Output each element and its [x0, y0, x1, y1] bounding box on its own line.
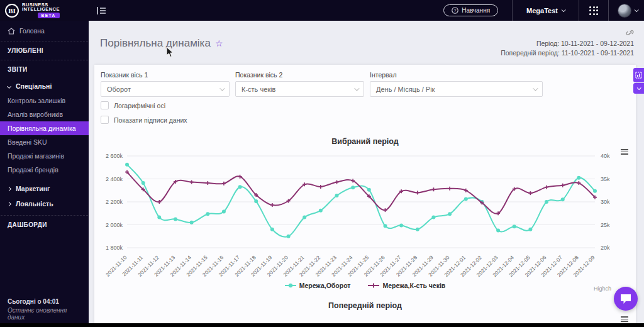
page-title: Порівняльна динаміка ☆	[100, 28, 223, 58]
sidebar-group[interactable]: Маркетинг	[0, 181, 89, 196]
previous-period: Попередній період: 11-10-2021 - 09-11-20…	[501, 48, 634, 58]
log-axes-row: Логарифмічні осі	[101, 101, 636, 109]
grid-icon	[589, 6, 598, 15]
axis1-select[interactable]: Оборот	[101, 81, 230, 97]
training-label: Навчання	[462, 7, 490, 14]
comparison-chart-canvas: 1 800k20k2 000k25k2 200k30k2 400k35k2 60…	[98, 148, 630, 282]
chevron-down-icon	[533, 86, 538, 91]
chart-context-menu-button[interactable]	[621, 149, 628, 155]
sidebar-collapse-icon[interactable]	[97, 6, 107, 15]
sidebar-group-special[interactable]: Спеціальні	[0, 79, 89, 94]
legend-label: Мережа,Оборот	[299, 282, 351, 289]
log-axes-checkbox[interactable]	[101, 101, 109, 109]
svg-text:?: ?	[454, 8, 457, 13]
support-chat-button[interactable]	[614, 287, 638, 311]
sidebar-special-items: Контроль залишківАналіз виробниківПорівн…	[0, 94, 89, 177]
refresh-caption: Останнє оновлення даних	[8, 307, 85, 321]
report-controls: Показник вісь 1 Оборот Показник вісь 2 К…	[94, 65, 636, 97]
sidebar-section-favorites: УЛЮБЛЕНІ	[0, 42, 89, 60]
bottom-taskbar	[0, 323, 644, 327]
chevron-down-icon	[219, 86, 225, 91]
current-period: Період: 10-11-2021 - 09-12-2021	[501, 39, 634, 48]
sidebar-group[interactable]: Лояльність	[0, 196, 89, 211]
legend-item[interactable]: Мережа,К-сть чеків	[368, 282, 445, 289]
sidebar-item[interactable]: Продажі магазинів	[0, 149, 89, 163]
data-refresh-info: Сьогодні о 04:01 Останнє оновлення даних	[8, 298, 85, 321]
legend-marker-circle	[285, 282, 296, 289]
chevron-down-icon	[637, 86, 641, 90]
svg-text:30k: 30k	[601, 199, 610, 205]
account-switcher[interactable]: MegaTest	[513, 0, 579, 21]
logo-mark: BI	[5, 4, 19, 18]
chevron-right-icon	[7, 186, 11, 191]
chart-legend: Мережа,ОборотМережа,К-сть чеків	[94, 282, 636, 289]
data-labels-checkbox[interactable]	[101, 116, 109, 124]
sidebar-collapsed-groups: МаркетингЛояльність	[0, 181, 89, 211]
chevron-down-icon	[7, 84, 11, 88]
home-icon	[8, 28, 15, 35]
interval-control: Інтервал День / Місяць / Рік	[370, 71, 543, 97]
sidebar-item[interactable]: Контроль залишків	[0, 94, 89, 108]
chevron-right-icon	[7, 201, 11, 206]
refresh-time: Сьогодні о 04:01	[8, 298, 85, 305]
sidebar-item[interactable]: Продажі брендів	[0, 163, 89, 177]
legend-label: Мережа,К-сть чеків	[382, 282, 445, 289]
interval-value: День / Місяць / Рік	[376, 86, 435, 93]
sidebar-item-home[interactable]: Головна	[0, 21, 89, 41]
avatar	[618, 4, 631, 18]
axis1-label: Показник вісь 1	[101, 71, 230, 79]
sidebar-home-label: Головна	[19, 27, 45, 35]
user-menu[interactable]	[609, 0, 644, 21]
chevron-down-icon	[354, 86, 359, 91]
chart2-context-menu-button[interactable]	[621, 316, 628, 322]
data-labels-label: Показати підписи даних	[114, 116, 187, 124]
previous-period-chart-title: Попередній період	[94, 301, 636, 310]
svg-text:1 800k: 1 800k	[106, 245, 123, 251]
svg-text:2 600k: 2 600k	[106, 153, 123, 159]
apps-grid-button[interactable]	[579, 0, 608, 21]
training-button[interactable]: ? Навчання	[443, 4, 498, 16]
axis1-value: Оборот	[107, 86, 131, 93]
axis2-select[interactable]: К-сть чеків	[235, 81, 364, 97]
chat-bubble-icon	[619, 293, 632, 304]
axis2-value: К-сть чеків	[242, 86, 275, 93]
chart-settings-button[interactable]	[633, 68, 644, 82]
app-logo[interactable]: BI BUSINESS INTELLIGENCE BETA	[0, 0, 89, 21]
sidebar: Головна УЛЮБЛЕНІ ЗВІТИ Спеціальні Контро…	[0, 21, 89, 323]
main-content: Порівняльна динаміка ☆ Період: 10-11-202…	[89, 21, 644, 323]
highcharts-watermark: Highch	[594, 285, 611, 292]
sidebar-group-label: Спеціальні	[16, 82, 52, 90]
account-name: MegaTest	[526, 7, 558, 14]
sidebar-item[interactable]: Порівняльна динаміка	[0, 121, 89, 135]
sidebar-section-reports: ЗВІТИ	[0, 60, 89, 79]
svg-text:35k: 35k	[601, 176, 610, 182]
interval-label: Інтервал	[370, 71, 543, 79]
beta-badge: BETA	[38, 13, 60, 18]
sidebar-section-dashboards: ДАШБОРДИ	[0, 216, 89, 234]
axis2-label: Показник вісь 2	[235, 71, 364, 79]
interval-select[interactable]: День / Місяць / Рік	[370, 81, 543, 97]
chart-title: Вибраний період	[94, 137, 636, 146]
svg-text:20k: 20k	[601, 245, 610, 251]
chevron-down-icon	[635, 8, 639, 12]
collapse-panel-button[interactable]	[633, 83, 644, 94]
chevron-down-icon	[562, 8, 566, 12]
svg-text:25k: 25k	[601, 222, 610, 228]
favorite-star-icon[interactable]: ☆	[215, 38, 223, 48]
svg-text:2 000k: 2 000k	[106, 222, 123, 228]
svg-text:2 200k: 2 200k	[106, 199, 123, 205]
log-axes-label: Логарифмічні осі	[114, 102, 165, 109]
svg-text:2 400k: 2 400k	[106, 176, 123, 182]
period-info: Період: 10-11-2021 - 09-12-2021 Попередн…	[501, 28, 634, 58]
sidebar-item[interactable]: Аналіз виробників	[0, 108, 89, 121]
side-panel-buttons	[633, 68, 644, 94]
legend-item[interactable]: Мережа,Оборот	[285, 282, 351, 289]
top-bar: BI BUSINESS INTELLIGENCE BETA ? Навчання…	[0, 0, 644, 21]
selected-period-chart: 1 800k20k2 000k25k2 200k30k2 400k35k2 60…	[94, 148, 636, 282]
axis2-control: Показник вісь 2 К-сть чеків	[235, 71, 364, 97]
share-link-icon[interactable]	[626, 30, 634, 38]
help-circle-icon: ?	[452, 7, 458, 14]
axis1-control: Показник вісь 1 Оборот	[101, 71, 230, 97]
legend-marker-plus	[368, 282, 379, 289]
sidebar-item[interactable]: Введені SKU	[0, 135, 89, 149]
